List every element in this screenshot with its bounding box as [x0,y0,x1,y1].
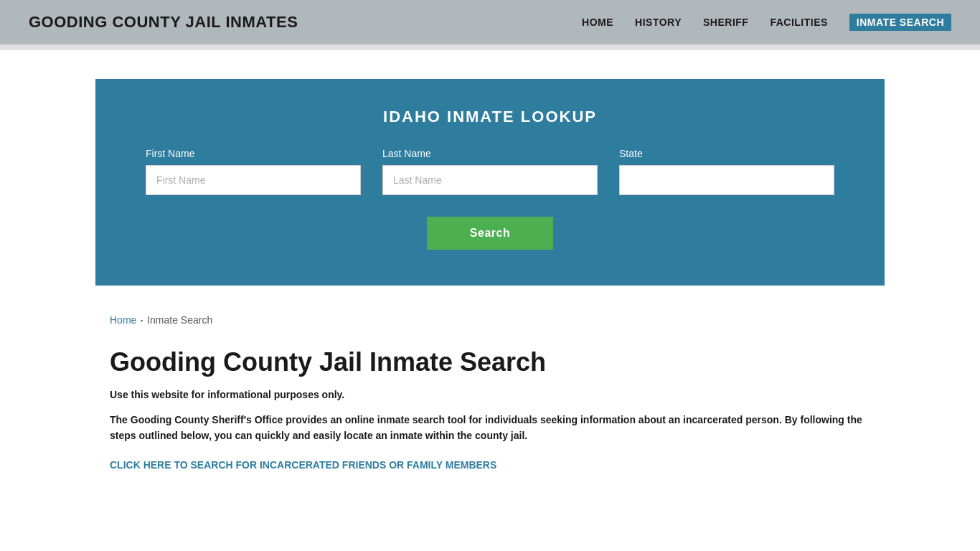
description-text: The Gooding County Sheriff's Office prov… [110,412,870,444]
page-title: Gooding County Jail Inmate Search [110,347,870,377]
main-content: Gooding County Jail Inmate Search Use th… [95,340,885,500]
breadcrumb-home-link[interactable]: Home [110,314,136,326]
breadcrumb-separator: • [141,317,143,324]
sub-header-divider [0,44,980,50]
search-link[interactable]: CLICK HERE to Search for Incarcerated Fr… [110,459,496,471]
first-name-group: First Name [146,148,361,195]
nav-facilities[interactable]: FACILITIES [770,17,827,28]
main-nav: HOME HISTORY SHERIFF FACILITIES INMATE S… [582,14,951,31]
search-section-title: IDAHO INMATE LOOKUP [138,108,842,126]
tagline-text: Use this website for informational purpo… [110,389,870,400]
first-name-input[interactable] [146,165,361,195]
nav-sheriff[interactable]: SHERIFF [703,17,748,28]
first-name-label: First Name [146,148,361,159]
search-button[interactable]: Search [427,217,553,250]
state-label: State [619,148,834,159]
nav-inmate-search[interactable]: INMATE SEARCH [849,14,951,31]
header: GOODING COUNTY JAIL INMATES HOME HISTORY… [0,0,980,44]
last-name-label: Last Name [382,148,598,159]
inmate-search-form: First Name Last Name State Idaho Search [138,148,842,250]
breadcrumb: Home • Inmate Search [95,314,885,326]
last-name-input[interactable] [382,165,598,195]
search-section: IDAHO INMATE LOOKUP First Name Last Name… [95,79,885,286]
last-name-group: Last Name [382,148,598,195]
nav-home[interactable]: HOME [582,17,613,28]
breadcrumb-current: Inmate Search [147,314,212,326]
nav-history[interactable]: HISTORY [635,17,682,28]
state-input[interactable]: Idaho [619,165,834,195]
site-title: GOODING COUNTY JAIL INMATES [29,13,298,32]
state-group: State Idaho [619,148,834,195]
form-fields-row: First Name Last Name State Idaho [138,148,842,195]
